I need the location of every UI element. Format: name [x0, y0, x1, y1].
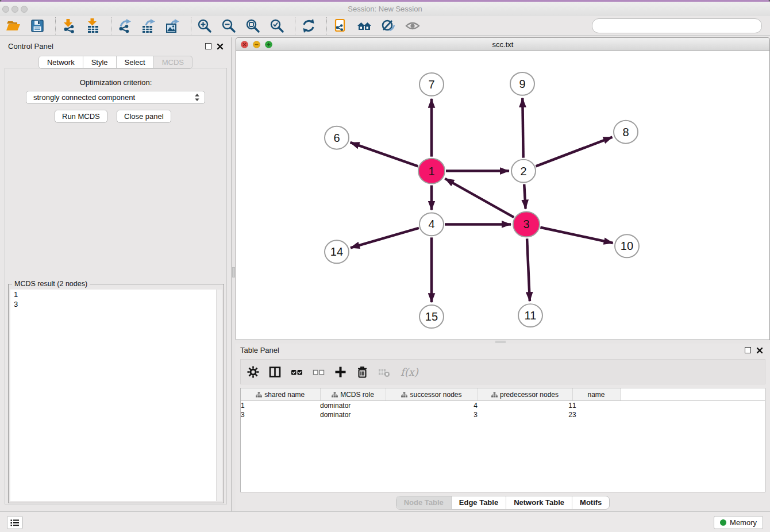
- cell-successor-nodes[interactable]: 4: [386, 401, 478, 411]
- edge-3-11[interactable]: [527, 238, 530, 301]
- cell-successor-nodes[interactable]: 3: [386, 410, 478, 419]
- open-session-icon[interactable]: [6, 18, 21, 33]
- edge-3-10[interactable]: [540, 228, 613, 243]
- float-panel-icon[interactable]: [205, 43, 211, 49]
- close-panel-icon[interactable]: [217, 43, 224, 50]
- column-header-predecessor-nodes[interactable]: predecessor nodes: [478, 388, 572, 401]
- edge-3-1[interactable]: [445, 179, 514, 217]
- split-view-icon[interactable]: [268, 365, 282, 379]
- cell-name[interactable]: 1: [572, 401, 620, 411]
- control-panel-tabs: NetworkStyleSelectMCDS: [0, 56, 231, 69]
- tab-style[interactable]: Style: [83, 56, 117, 69]
- tab-network-table[interactable]: Network Table: [506, 496, 572, 509]
- node-label-6: 6: [333, 132, 340, 144]
- result-items: 13: [10, 290, 222, 309]
- node-label-8: 8: [622, 126, 629, 138]
- zoom-selected-icon[interactable]: [270, 18, 284, 33]
- cell-name[interactable]: 3: [572, 410, 620, 419]
- search-input[interactable]: [592, 18, 762, 33]
- edge-2-9[interactable]: [522, 98, 523, 158]
- column-header-successor-nodes[interactable]: successor nodes: [386, 388, 478, 401]
- float-table-panel-icon[interactable]: [745, 347, 751, 353]
- edge-2-8[interactable]: [536, 137, 613, 167]
- tab-mcds[interactable]: MCDS: [154, 56, 192, 69]
- cell-predecessor-nodes[interactable]: 2: [478, 410, 572, 419]
- mcds-result-list[interactable]: 13: [10, 290, 222, 501]
- cell-shared-name[interactable]: 3: [241, 410, 320, 419]
- node-label-14: 14: [330, 245, 343, 258]
- table-panel-title: Table Panel: [240, 346, 279, 354]
- tab-edge-table[interactable]: Edge Table: [451, 496, 506, 509]
- node-table[interactable]: shared nameMCDS rolesuccessor nodesprede…: [240, 388, 765, 492]
- close-panel-button[interactable]: Close panel: [117, 110, 171, 123]
- tab-select[interactable]: Select: [117, 56, 154, 69]
- eye-icon[interactable]: [405, 18, 420, 33]
- edge-1-6[interactable]: [351, 142, 418, 166]
- select-all-checkboxes-icon[interactable]: [290, 365, 303, 379]
- cell-filler: [620, 401, 765, 411]
- zoom-fit-icon[interactable]: [245, 18, 260, 33]
- column-header-shared-name[interactable]: shared name: [241, 388, 320, 401]
- optimization-criterion-value: strongly connected component: [33, 93, 135, 102]
- select-chevrons-icon: [193, 93, 201, 102]
- toolbar-separator: [191, 17, 191, 34]
- delete-table-icon: [378, 365, 391, 379]
- node-label-9: 9: [519, 78, 525, 90]
- toolbar-separator: [295, 17, 295, 34]
- tab-motifs[interactable]: Motifs: [572, 496, 609, 509]
- optimization-criterion-select[interactable]: strongly connected component: [26, 91, 205, 104]
- mcds-result-box: MCDS result (2 nodes) 13: [8, 284, 224, 503]
- delete-column-icon[interactable]: [356, 365, 369, 379]
- cell-predecessor-nodes[interactable]: 1: [478, 401, 572, 411]
- export-image-icon[interactable]: [165, 18, 180, 33]
- toolbar-separator: [326, 17, 327, 34]
- tab-node-table[interactable]: Node Table: [396, 496, 451, 509]
- import-table-icon[interactable]: [86, 18, 101, 33]
- memory-label: Memory: [730, 518, 757, 527]
- refresh-layout-icon[interactable]: [301, 18, 316, 33]
- graphics-details-icon[interactable]: [381, 18, 396, 33]
- control-panel-title: Control Panel: [8, 42, 53, 51]
- splitter-handle[interactable]: [232, 267, 235, 277]
- export-network-icon[interactable]: [117, 18, 132, 33]
- export-table-icon[interactable]: [141, 18, 156, 33]
- cell-mcds-role[interactable]: dominator: [320, 401, 386, 411]
- close-table-panel-icon[interactable]: [756, 347, 763, 354]
- table-row[interactable]: 1dominator411: [241, 401, 765, 411]
- node-label-4: 4: [428, 218, 434, 230]
- memory-button[interactable]: Memory: [714, 516, 763, 529]
- result-scrollbar[interactable]: [216, 290, 222, 501]
- memory-status-dot: [720, 519, 726, 526]
- application-window: Session: New Session Control Panel Netwo…: [0, 0, 770, 532]
- vertical-splitter[interactable]: [232, 37, 236, 511]
- run-mcds-button[interactable]: Run MCDS: [55, 110, 107, 123]
- task-history-button[interactable]: [7, 516, 23, 529]
- zoom-in-icon[interactable]: [197, 18, 212, 33]
- result-item: 3: [10, 299, 222, 309]
- home-icon[interactable]: [357, 18, 372, 33]
- add-column-icon[interactable]: [334, 365, 347, 379]
- clone-network-icon[interactable]: [333, 18, 348, 33]
- cell-mcds-role[interactable]: dominator: [320, 410, 386, 419]
- network-title: scc.txt: [236, 40, 769, 49]
- splitter-handle[interactable]: [495, 341, 506, 343]
- table-settings-icon[interactable]: [247, 365, 260, 379]
- table-row[interactable]: 3dominator323: [241, 410, 765, 419]
- network-canvas[interactable]: 7968124314101511: [236, 51, 769, 340]
- save-session-icon[interactable]: [30, 18, 45, 33]
- unselect-all-checkboxes-icon[interactable]: [312, 365, 325, 379]
- network-graph[interactable]: 7968124314101511: [236, 51, 769, 340]
- list-icon: [10, 519, 20, 527]
- import-network-icon[interactable]: [61, 18, 76, 33]
- table-toolbar: f(x): [240, 359, 765, 384]
- edge-2-3[interactable]: [524, 184, 525, 209]
- table-tabs: Node TableEdge TableNetwork TableMotifs: [396, 496, 610, 510]
- zoom-out-icon[interactable]: [221, 18, 236, 33]
- cell-shared-name[interactable]: 1: [241, 401, 320, 411]
- tab-network[interactable]: Network: [38, 56, 83, 69]
- column-header-name[interactable]: name: [572, 388, 620, 401]
- status-bar: Memory: [0, 511, 770, 532]
- column-header-mcds-role[interactable]: MCDS role: [320, 388, 386, 401]
- edge-4-14[interactable]: [351, 228, 419, 248]
- node-label-11: 11: [525, 309, 537, 322]
